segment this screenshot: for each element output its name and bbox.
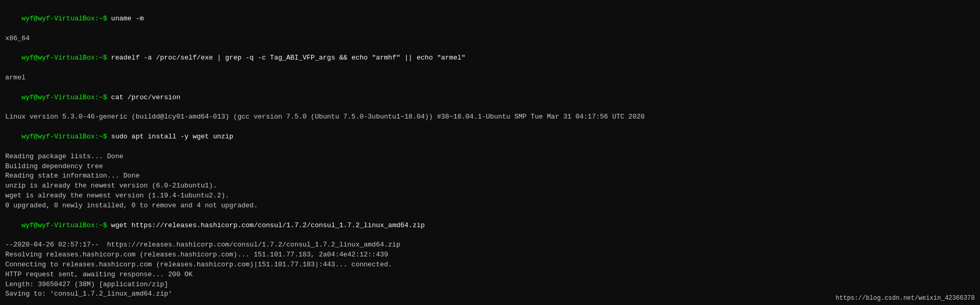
- command: readelf -a /proc/self/exe | grep -q -c T…: [111, 54, 466, 62]
- prompt: wyf@wyf-VirtualBox:~$: [21, 15, 111, 22]
- prompt: wyf@wyf-VirtualBox:~$: [21, 221, 111, 229]
- prompt: wyf@wyf-VirtualBox:~$: [21, 93, 111, 101]
- terminal-line: 0 upgraded, 0 newly installed, 0 to remo…: [5, 201, 975, 211]
- command: wget https://releases.hashicorp.com/cons…: [111, 221, 425, 229]
- terminal-line: Connecting to releases.hashicorp.com (re…: [5, 260, 975, 270]
- terminal-line: wyf@wyf-VirtualBox:~$ sudo apt install -…: [5, 122, 975, 152]
- terminal-line: --2020-04-26 02:57:17-- https://releases…: [5, 240, 975, 250]
- terminal-line: unzip is already the newest version (6.0…: [5, 181, 975, 191]
- terminal-line: wyf@wyf-VirtualBox:~$ wget https://relea…: [5, 211, 975, 241]
- blank-line: [5, 299, 975, 305]
- terminal-line: wyf@wyf-VirtualBox:~$ uname -m: [5, 4, 975, 34]
- terminal-window[interactable]: wyf@wyf-VirtualBox:~$ uname -m x86_64 wy…: [0, 0, 980, 305]
- command: cat /proc/version: [111, 93, 181, 101]
- terminal-line: Saving to: 'consul_1.7.2_linux_amd64.zip…: [5, 289, 975, 299]
- terminal-line: armel: [5, 73, 975, 83]
- command: sudo apt install -y wget unzip: [111, 133, 233, 140]
- command: uname -m: [111, 15, 144, 22]
- terminal-line: Reading package lists... Done: [5, 152, 975, 162]
- bottom-url: https://blog.csdn.net/weixin_42366378: [836, 295, 975, 302]
- terminal-line: HTTP request sent, awaiting response... …: [5, 270, 975, 280]
- prompt: wyf@wyf-VirtualBox:~$: [21, 133, 111, 140]
- terminal-line: x86_64: [5, 34, 975, 44]
- prompt: wyf@wyf-VirtualBox:~$: [21, 54, 111, 62]
- terminal-line: wyf@wyf-VirtualBox:~$ cat /proc/version: [5, 83, 975, 113]
- terminal-line: wget is already the newest version (1.19…: [5, 191, 975, 201]
- terminal-line: Length: 39650427 (38M) [application/zip]: [5, 280, 975, 290]
- terminal-line: Resolving releases.hashicorp.com (releas…: [5, 250, 975, 260]
- terminal-line: wyf@wyf-VirtualBox:~$ readelf -a /proc/s…: [5, 43, 975, 73]
- terminal-line: Reading state information... Done: [5, 171, 975, 181]
- terminal-line: Linux version 5.3.0-46-generic (buildd@l…: [5, 112, 975, 122]
- terminal-line: Building dependency tree: [5, 162, 975, 172]
